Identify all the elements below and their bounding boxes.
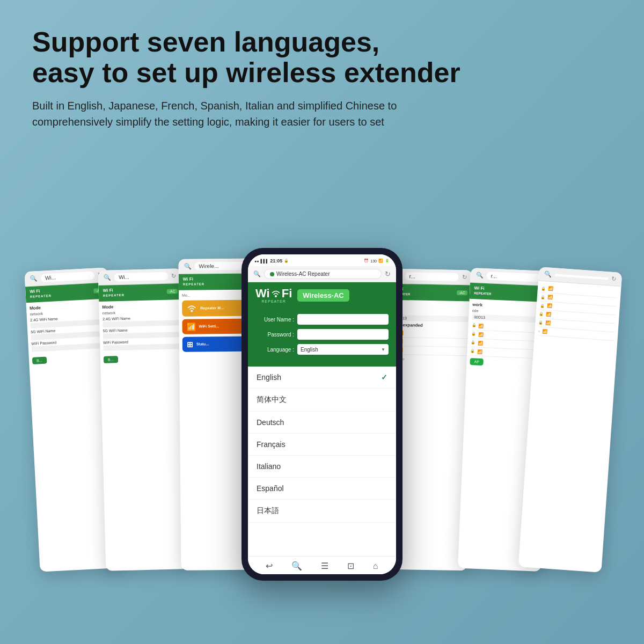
nav-search-icon[interactable]: 🔍: [291, 561, 302, 571]
password-input[interactable]: [297, 329, 389, 340]
phone-container: ●● ▌▌▌ 21:05 🔒 ⏰ 130 📶 🔋: [241, 248, 402, 581]
dropdown-item-japanese[interactable]: 日本語: [248, 500, 396, 523]
lock-icon-r3-1: 🔒: [541, 286, 546, 291]
lock-icon-r2-3: 🔒: [471, 340, 475, 345]
main-phone: ●● ▌▌▌ 21:05 🔒 ⏰ 130 📶 🔋: [241, 248, 402, 581]
wifi-signal-r2-2: 📶: [478, 332, 484, 337]
lock-icon-r3-5: 🔒: [538, 320, 544, 325]
browser-url-2: Wi...: [114, 272, 168, 282]
lock-icon-r2-1: 🔒: [471, 324, 476, 328]
app-header: Wi Fi: [248, 282, 396, 309]
refresh-icon-r3: ↻: [611, 275, 617, 283]
password-label: Password :: [255, 332, 294, 338]
form-area: User Name : Password : Language : Engli: [248, 309, 396, 367]
wifi-signal-r3-4: 📶: [546, 312, 552, 318]
search-icon: 🔍: [30, 275, 38, 283]
search-icon-r2: 🔍: [475, 272, 484, 280]
refresh-icon-2: ↻: [171, 273, 176, 280]
dropdown-item-espanol[interactable]: Español: [248, 478, 396, 500]
refresh-icon-r1: ↻: [462, 274, 467, 281]
username-input[interactable]: [297, 314, 389, 325]
dropdown-item-deutsch[interactable]: Deutsch: [248, 412, 396, 434]
wifi-signal-r2-4: 📶: [477, 349, 482, 354]
subtitle: Built in English, Japanese, French, Span…: [32, 98, 472, 130]
lock-icon-r3-3: 🔒: [539, 303, 545, 308]
phone-refresh-icon[interactable]: ↻: [385, 270, 391, 278]
browser-url-r3: [555, 274, 609, 280]
search-icon-r3: 🔍: [544, 270, 552, 278]
svg-point-1: [275, 295, 277, 297]
main-title: Support seven languages, easy to set up …: [32, 27, 612, 88]
lock-icon-r3-4: 🔒: [539, 312, 544, 317]
browser-url: Wi...: [41, 272, 95, 282]
secure-dot: [270, 272, 274, 276]
status-left: ●● ▌▌▌ 21:05 🔒: [254, 258, 289, 264]
wifi-signal-r2-3: 📶: [478, 341, 483, 346]
status-right: ⏰ 130 📶 🔋: [364, 259, 390, 263]
nav-home-icon[interactable]: ⌂: [373, 561, 378, 571]
page-wrapper: Support seven languages, easy to set up …: [0, 0, 644, 644]
nav-back-icon[interactable]: ↩: [266, 561, 273, 571]
bottom-nav: ↩ 🔍 ☰ ⊡ ⌂: [248, 556, 396, 574]
browser-url-r1: r...: [405, 273, 459, 282]
dropdown-panel: English ✓ 简体中文 Deutsch Français: [248, 367, 396, 556]
search-icon-2: 🔍: [104, 274, 111, 281]
nav-menu-icon[interactable]: ☰: [321, 561, 328, 571]
browser-url-r2: r...: [486, 272, 540, 282]
status-bar: ●● ▌▌▌ 21:05 🔒 ⏰ 130 📶 🔋: [248, 254, 396, 266]
screens-container: 🔍 Wi... ↻ Wi FiREPEATER -AC Mode network…: [32, 151, 612, 591]
green-header-left2: Wi FiREPEATER -AC: [98, 283, 182, 302]
app-content: Wi Fi: [248, 282, 396, 556]
wireless-ac-badge: Wireless-AC: [297, 289, 349, 302]
phone-search-icon: 🔍: [253, 270, 261, 277]
username-row: User Name :: [255, 314, 389, 325]
wifi-signal-r3-2: 📶: [547, 295, 553, 301]
password-row: Password :: [255, 329, 389, 340]
app-wifi-logo: Wi Fi: [255, 288, 292, 303]
language-select[interactable]: English ▼: [297, 344, 389, 355]
browser-screen-left-2: 🔍 Wi... ↻ Wi FiREPEATER -AC Mode network…: [98, 268, 189, 571]
header-section: Support seven languages, easy to set up …: [32, 27, 612, 130]
wifi-signal-r2-1: 📶: [478, 324, 484, 328]
search-icon-3: 🔍: [184, 263, 192, 270]
svg-point-0: [191, 310, 193, 312]
wifi-signal-r3-6: 📶: [542, 329, 548, 334]
dropdown-item-chinese[interactable]: 简体中文: [248, 389, 396, 412]
language-label: Language :: [255, 347, 294, 353]
dropdown-item-francais[interactable]: Français: [248, 434, 396, 456]
wifi-signal-r3-5: 📶: [545, 321, 551, 326]
phone-screen: ●● ▌▌▌ 21:05 🔒 ⏰ 130 📶 🔋: [248, 254, 396, 574]
select-arrow-icon: ▼: [381, 347, 385, 352]
dropdown-item-english[interactable]: English ✓: [248, 367, 396, 389]
username-label: User Name :: [255, 317, 294, 323]
lock-icon-r3-2: 🔒: [540, 295, 546, 299]
language-row: Language : English ▼: [255, 344, 389, 355]
lock-icon-r2-4: 🔒: [470, 349, 475, 353]
lock-icon-r2-2: 🔒: [471, 332, 476, 336]
phone-url-box[interactable]: Wireless-AC Repeater: [264, 269, 382, 279]
phone-browser-bar: 🔍 Wireless-AC Repeater ↻: [248, 266, 396, 282]
check-mark-icon: ✓: [381, 373, 387, 382]
side-content-left2: Mode network 2.4G WiFi Name 5G WiFi Name…: [99, 299, 184, 367]
dropdown-item-italiano[interactable]: Italiano: [248, 456, 396, 478]
nav-tabs-icon[interactable]: ⊡: [347, 561, 354, 571]
wifi-signal-r3-1: 📶: [548, 287, 554, 292]
wifi-signal-r3-3: 📶: [546, 304, 552, 309]
